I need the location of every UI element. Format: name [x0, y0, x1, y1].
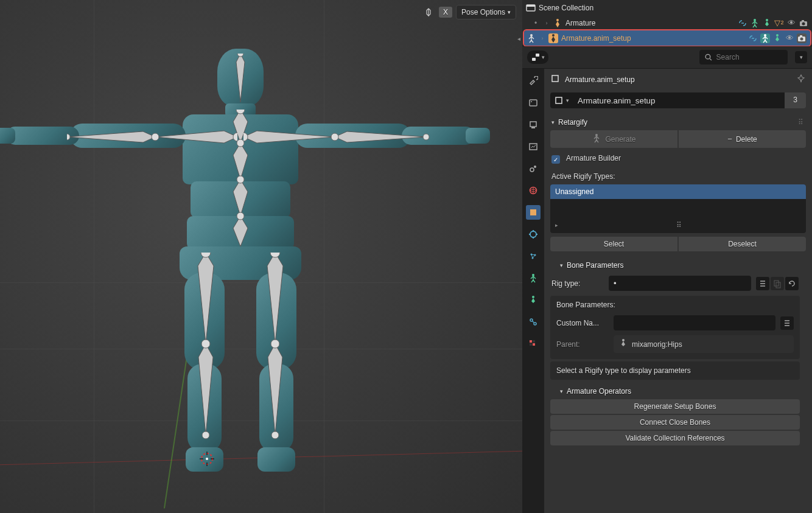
- tab-physics[interactable]: [526, 271, 541, 285]
- tab-scene[interactable]: [526, 161, 541, 176]
- link-icon[interactable]: [748, 33, 758, 43]
- svg-point-39: [754, 19, 756, 21]
- camera-icon[interactable]: [797, 33, 807, 43]
- drag-handle-icon[interactable]: ⠿: [798, 118, 805, 127]
- pose-options-dropdown[interactable]: Pose Options ▾: [456, 5, 516, 19]
- armature-icon: [592, 133, 601, 145]
- chevron-right-icon[interactable]: ›: [539, 35, 545, 41]
- tab-modifiers[interactable]: [526, 227, 541, 242]
- delete-button[interactable]: − Delete: [679, 130, 806, 148]
- tab-data[interactable]: [526, 315, 541, 329]
- butterfly-mirror-icon[interactable]: [422, 5, 435, 19]
- search-field[interactable]: [716, 53, 783, 61]
- svg-point-42: [802, 22, 805, 25]
- svg-point-31: [206, 458, 208, 460]
- svg-rect-72: [530, 340, 532, 343]
- assign-icon[interactable]: [780, 316, 794, 330]
- eye-icon[interactable]: 👁: [786, 18, 796, 28]
- bone-parameters-header[interactable]: ▾ Bone Parameters: [550, 257, 800, 273]
- pin-icon[interactable]: [796, 74, 806, 85]
- panel-expand-handle[interactable]: ◂: [517, 35, 520, 42]
- outliner[interactable]: Scene Collection • › Armature ▽2 👁 ›: [522, 0, 812, 46]
- bone-icon: [618, 338, 628, 350]
- outliner-item-label: Armature: [565, 19, 735, 27]
- regenerate-button[interactable]: Regenerate Setup Bones: [550, 399, 800, 414]
- link-icon[interactable]: [738, 18, 747, 28]
- object-name-input[interactable]: [573, 92, 785, 108]
- armature-builder-label: Armature Builder: [565, 153, 622, 166]
- armature-icon: [553, 18, 562, 28]
- viewport-3d[interactable]: X Pose Options ▾ ◂: [0, 0, 522, 513]
- select-button[interactable]: Select: [550, 237, 677, 251]
- deselect-button[interactable]: Deselect: [679, 237, 806, 251]
- svg-point-45: [552, 34, 555, 37]
- display-mode-selector[interactable]: ▾: [527, 51, 548, 64]
- tab-object[interactable]: [526, 205, 541, 220]
- svg-rect-63: [530, 209, 536, 215]
- tab-output[interactable]: [526, 117, 541, 132]
- svg-rect-58: [531, 127, 535, 128]
- mirror-x-badge[interactable]: X: [439, 7, 452, 18]
- search-input[interactable]: [699, 50, 788, 65]
- options-dropdown[interactable]: ▾: [795, 51, 807, 63]
- svg-rect-75: [533, 343, 535, 346]
- mesh-icon[interactable]: ▽2: [774, 18, 784, 28]
- tab-constraints[interactable]: [526, 293, 541, 307]
- armature-builder-checkbox[interactable]: ✓: [551, 155, 560, 164]
- breadcrumb-name: Armature.anim_setup: [565, 75, 635, 84]
- datablock-selector[interactable]: ▾: [550, 92, 573, 108]
- svg-point-44: [530, 34, 533, 37]
- svg-point-64: [530, 231, 536, 237]
- copy-icon[interactable]: [771, 277, 784, 290]
- outliner-item-label: Armature.anim_setup: [561, 34, 745, 43]
- refresh-icon[interactable]: [785, 277, 799, 290]
- tab-material[interactable]: [526, 337, 541, 351]
- retargify-header[interactable]: ▾ Retargify ⠿: [550, 114, 806, 130]
- pose-mode-icon[interactable]: [760, 33, 770, 43]
- resize-handle-icon[interactable]: ⠿: [676, 221, 683, 229]
- user-count[interactable]: 3: [785, 92, 806, 108]
- armature-data-icon: [527, 33, 536, 43]
- svg-point-49: [800, 37, 803, 40]
- parent-field[interactable]: mixamorig:Hips: [614, 335, 794, 353]
- custom-name-input[interactable]: [614, 315, 775, 330]
- dot-icon: •: [534, 19, 541, 27]
- rig-type-input[interactable]: [609, 276, 751, 291]
- armature-operators-header[interactable]: ▾ Armature Operators: [550, 383, 800, 399]
- scene-collection-row[interactable]: Scene Collection: [522, 0, 812, 15]
- bone-icon[interactable]: [762, 18, 772, 28]
- camera-icon[interactable]: [799, 18, 808, 28]
- tab-world[interactable]: [526, 183, 541, 198]
- character-mesh[interactable]: [33, 43, 460, 481]
- rigify-types-list[interactable]: Unassigned ▸ ⠿: [550, 184, 806, 233]
- tab-tool[interactable]: [526, 74, 541, 88]
- rig-type-label: Rig type:: [551, 279, 604, 288]
- svg-point-53: [705, 54, 710, 59]
- bone-icon[interactable]: [772, 33, 782, 43]
- section-title: Bone Parameters: [567, 261, 623, 270]
- svg-point-81: [622, 339, 625, 341]
- connect-bones-button[interactable]: Connect Close Bones: [550, 415, 800, 430]
- list-item[interactable]: Unassigned: [550, 184, 806, 199]
- svg-point-61: [534, 166, 536, 168]
- expand-icon[interactable]: ▸: [555, 222, 558, 228]
- svg-point-38: [556, 19, 559, 21]
- tab-render[interactable]: [526, 96, 541, 110]
- svg-point-78: [595, 134, 598, 136]
- eye-icon[interactable]: 👁: [785, 33, 794, 43]
- viewport-canvas[interactable]: [0, 0, 522, 513]
- generate-button[interactable]: Generate: [550, 130, 677, 148]
- svg-point-69: [532, 296, 534, 298]
- assign-rig-type-icon[interactable]: [756, 277, 769, 290]
- scene-collection-label: Scene Collection: [539, 4, 808, 12]
- tab-view-layer[interactable]: [526, 139, 541, 154]
- outliner-item-armature-anim-setup[interactable]: › Armature.anim_setup 👁: [524, 30, 810, 46]
- validate-button[interactable]: Validate Collection References: [550, 431, 800, 445]
- tab-particles[interactable]: [526, 249, 541, 263]
- svg-rect-55: [530, 100, 537, 106]
- chevron-right-icon[interactable]: ›: [544, 20, 550, 26]
- svg-rect-77: [556, 97, 562, 103]
- outliner-item-armature[interactable]: • › Armature ▽2 👁: [522, 15, 812, 30]
- pose-icon[interactable]: [750, 18, 760, 28]
- minus-icon: −: [727, 134, 732, 144]
